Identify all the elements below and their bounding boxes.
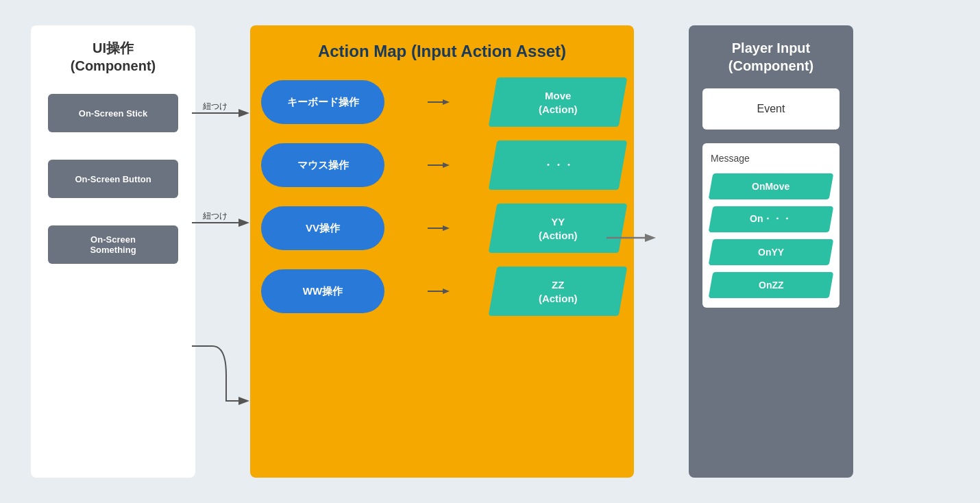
arrow-2 xyxy=(428,160,450,171)
svg-marker-7 xyxy=(443,162,450,168)
message-btn-onmove: OnMove xyxy=(709,173,834,199)
right-panel-title: Player Input(Component) xyxy=(728,39,813,75)
arrow-1 xyxy=(428,97,450,108)
para-dots: ・・・ xyxy=(489,140,628,190)
center-panel: Action Map (Input Action Asset) キーボード操作 … xyxy=(250,25,634,478)
arrow-3 xyxy=(428,223,450,234)
on-screen-something-box: On-ScreenSomething xyxy=(48,225,178,264)
main-container: UI操作(Component) On-Screen Stick On-Scree… xyxy=(17,12,963,491)
right-panel: Player Input(Component) Event Message On… xyxy=(689,25,853,478)
svg-marker-5 xyxy=(443,99,450,105)
center-row-2: マウス操作 ・・・ xyxy=(261,140,623,190)
left-to-center-arrows: 紐つけ 紐つけ xyxy=(192,25,302,478)
center-row-4: WW操作 ZZ(Action) xyxy=(261,267,623,316)
center-panel-title: Action Map (Input Action Asset) xyxy=(318,42,566,61)
arrow-4 xyxy=(428,286,450,297)
message-btn-onyy: OnYY xyxy=(709,239,834,265)
svg-marker-13 xyxy=(645,234,656,242)
message-btn-ondots: On・・・ xyxy=(709,206,834,232)
svg-text:紐つけ: 紐つけ xyxy=(202,101,228,111)
on-screen-button-box: On-Screen Button xyxy=(48,160,178,198)
svg-text:紐つけ: 紐つけ xyxy=(202,211,228,221)
on-screen-stick-box: On-Screen Stick xyxy=(48,94,178,132)
left-panel: UI操作(Component) On-Screen Stick On-Scree… xyxy=(31,25,195,478)
svg-marker-9 xyxy=(443,225,450,231)
event-label: Event xyxy=(757,103,785,115)
para-move: Move(Action) xyxy=(489,77,628,127)
message-btn-onzz: OnZZ xyxy=(709,272,834,298)
event-box: Event xyxy=(702,88,840,130)
center-row-3: VV操作 YY(Action) xyxy=(261,204,623,253)
para-zz: ZZ(Action) xyxy=(489,267,628,316)
center-row-1: キーボード操作 Move(Action) xyxy=(261,77,623,127)
center-rows: キーボード操作 Move(Action) マウス操作 ・・・ VV操 xyxy=(261,77,623,316)
left-panel-title: UI操作(Component) xyxy=(71,39,156,75)
message-box: Message OnMove On・・・ OnYY OnZZ xyxy=(702,143,840,308)
message-label: Message xyxy=(711,153,831,164)
center-to-right-arrow xyxy=(607,217,661,258)
svg-marker-11 xyxy=(443,289,450,294)
